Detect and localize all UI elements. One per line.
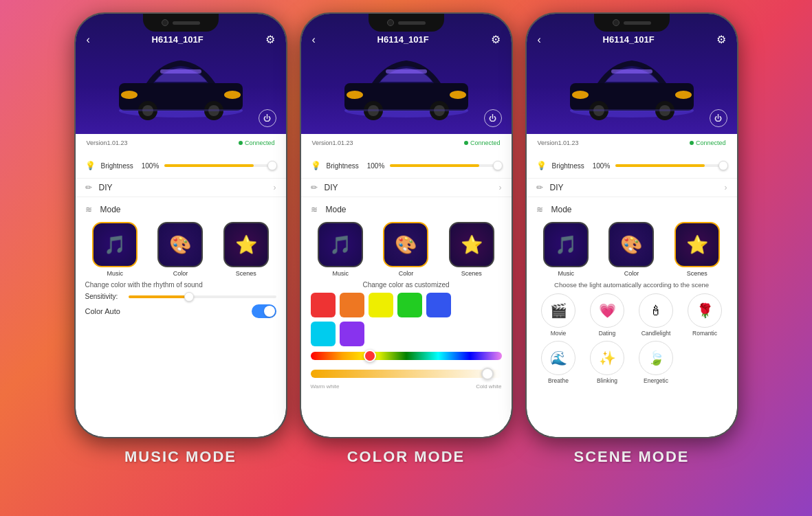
mode-icon: ≋ bbox=[85, 205, 95, 214]
color-description: Change color as customized bbox=[311, 281, 502, 289]
diy-row[interactable]: ✏ DIY › bbox=[85, 183, 276, 192]
white-slider[interactable] bbox=[311, 370, 502, 378]
scene-device-name: H6114_101F bbox=[603, 34, 655, 45]
scene-color-icon-wrap: 🎨 bbox=[608, 222, 654, 267]
scene-diy-row[interactable]: ✏ DIY › bbox=[536, 183, 727, 192]
blinking-label: Blinking bbox=[597, 377, 617, 384]
scene-brightness-fill bbox=[615, 164, 705, 167]
music-mode-btn[interactable]: 🎵 Music bbox=[85, 222, 145, 277]
swatch-purple[interactable] bbox=[340, 322, 364, 346]
color-settings-icon[interactable]: ⚙ bbox=[491, 33, 501, 46]
color-mode-buttons: 🎵 Music 🎨 Color ⭐ bbox=[311, 222, 502, 277]
swatch-orange[interactable] bbox=[340, 293, 364, 317]
scene-settings-icon[interactable]: ⚙ bbox=[716, 33, 726, 46]
scene-item-breathe[interactable]: 🌊 Breathe bbox=[536, 341, 581, 384]
scene-brightness-icon: 💡 bbox=[536, 161, 547, 170]
scene-screen-header: ‹ H6114_101F ⚙ bbox=[527, 14, 737, 134]
scene-music-mode-btn[interactable]: 🎵 Music bbox=[536, 222, 596, 277]
movie-icon: 🎬 bbox=[550, 302, 567, 319]
color-power-button[interactable]: ⏻ bbox=[484, 109, 502, 127]
swatch-blue[interactable] bbox=[426, 293, 451, 317]
scene-item-candlelight[interactable]: 🕯 Candlelight bbox=[634, 293, 679, 337]
scene-car-image bbox=[527, 32, 737, 134]
color-version-bar: Version1.01.23 Connected bbox=[301, 134, 512, 152]
music-phone-wrapper: ‹ H6114_101F ⚙ bbox=[74, 12, 287, 466]
scene-color-mode-btn[interactable]: 🎨 Color bbox=[602, 222, 661, 277]
scene-item-blinking[interactable]: ✨ Blinking bbox=[585, 341, 630, 384]
breathe-icon-wrap: 🌊 bbox=[541, 341, 575, 375]
music-screen: ‹ H6114_101F ⚙ bbox=[76, 14, 286, 437]
scene-version-bar: Version1.01.23 Connected bbox=[527, 134, 737, 152]
scene-back-icon[interactable]: ‹ bbox=[538, 34, 541, 46]
scene-screen: ‹ H6114_101F ⚙ bbox=[527, 14, 737, 437]
color-scenes-mode-btn[interactable]: ⭐ Scenes bbox=[441, 222, 501, 277]
color-auto-toggle[interactable] bbox=[252, 304, 276, 318]
color-diy-row[interactable]: ✏ DIY › bbox=[311, 183, 502, 192]
scene-item-energetic[interactable]: 🍃 Energetic bbox=[634, 341, 679, 384]
svg-rect-9 bbox=[160, 69, 201, 74]
energetic-label: Energetic bbox=[644, 377, 668, 384]
phones-container: ‹ H6114_101F ⚙ bbox=[0, 0, 812, 466]
color-speaker bbox=[398, 21, 426, 25]
color-divider-1 bbox=[301, 178, 512, 179]
dating-icon-wrap: 💗 bbox=[590, 293, 624, 328]
settings-icon[interactable]: ⚙ bbox=[265, 33, 275, 46]
power-button[interactable]: ⏻ bbox=[259, 109, 276, 127]
swatch-yellow[interactable] bbox=[369, 293, 393, 317]
rainbow-slider[interactable] bbox=[311, 352, 502, 360]
scenes-mode-name: Scenes bbox=[236, 270, 256, 277]
scene-bt-dot bbox=[690, 141, 694, 145]
color-color-icon-wrap: 🎨 bbox=[383, 222, 428, 267]
color-phone: ‹ H6114_101F ⚙ bbox=[300, 12, 513, 438]
color-icon: 🎨 bbox=[169, 234, 191, 256]
connected-text: Connected bbox=[239, 139, 275, 146]
color-device-name: H6114_101F bbox=[377, 34, 429, 45]
svg-rect-1 bbox=[119, 83, 243, 111]
breathe-label: Breathe bbox=[548, 377, 569, 384]
scene-mode-row: ≋ Mode bbox=[536, 201, 727, 218]
color-music-mode-btn[interactable]: 🎵 Music bbox=[311, 222, 371, 277]
scene-item-movie[interactable]: 🎬 Movie bbox=[536, 293, 581, 337]
scene-scenes-mode-btn[interactable]: ⭐ Scenes bbox=[667, 222, 727, 277]
scene-brightness-label: Brightness bbox=[552, 162, 584, 170]
scene-item-dating[interactable]: 💗 Dating bbox=[585, 293, 630, 337]
svg-point-23 bbox=[675, 91, 692, 99]
scene-power-button[interactable]: ⏻ bbox=[710, 109, 727, 127]
scene-phone-wrapper: ‹ H6114_101F ⚙ bbox=[525, 12, 738, 466]
sensitivity-thumb bbox=[184, 292, 194, 302]
mode-row: ≋ Mode bbox=[85, 201, 276, 218]
breathe-icon: 🌊 bbox=[550, 350, 567, 366]
color-color-mode-btn[interactable]: 🎨 Color bbox=[376, 222, 436, 277]
scene-color-icon: 🎨 bbox=[620, 234, 642, 256]
brightness-slider[interactable] bbox=[164, 164, 276, 167]
sensitivity-slider[interactable] bbox=[129, 295, 276, 298]
dating-icon: 💗 bbox=[599, 302, 616, 319]
mode-buttons: 🎵 Music 🎨 Color ⭐ bbox=[85, 222, 276, 277]
color-mode-btn[interactable]: 🎨 Color bbox=[151, 222, 210, 277]
color-brightness-slider[interactable] bbox=[390, 164, 501, 167]
romantic-icon-wrap: 🌹 bbox=[688, 293, 722, 328]
color-back-icon[interactable]: ‹ bbox=[312, 34, 316, 46]
scene-screen-body: 💡 Brightness 100% ✏ DIY bbox=[527, 152, 737, 437]
scene-chevron-icon: › bbox=[725, 183, 727, 192]
color-car-svg bbox=[324, 45, 489, 121]
scene-music-icon: 🎵 bbox=[555, 234, 577, 256]
scene-mode-label: Mode bbox=[551, 205, 572, 214]
color-brightness-value: 100% bbox=[367, 162, 385, 170]
scene-brightness-slider[interactable] bbox=[615, 164, 727, 167]
swatch-red[interactable] bbox=[311, 293, 336, 317]
color-swatches-row2 bbox=[311, 322, 502, 346]
candlelight-icon-wrap: 🕯 bbox=[639, 293, 673, 328]
scene-version-text: Version1.01.23 bbox=[538, 139, 579, 146]
scene-scenes-icon-wrap: ⭐ bbox=[674, 222, 720, 267]
color-color-icon: 🎨 bbox=[395, 234, 417, 256]
scene-music-icon-wrap: 🎵 bbox=[543, 222, 589, 267]
scenes-mode-btn[interactable]: ⭐ Scenes bbox=[216, 222, 276, 277]
scene-item-romantic[interactable]: 🌹 Romantic bbox=[683, 293, 727, 337]
swatch-green[interactable] bbox=[397, 293, 422, 317]
back-icon[interactable]: ‹ bbox=[87, 34, 90, 46]
movie-label: Movie bbox=[551, 330, 567, 337]
swatch-cyan[interactable] bbox=[311, 322, 336, 346]
color-auto-label: Color Auto bbox=[85, 307, 120, 315]
scene-mode-buttons: 🎵 Music 🎨 Color ⭐ bbox=[536, 222, 727, 277]
